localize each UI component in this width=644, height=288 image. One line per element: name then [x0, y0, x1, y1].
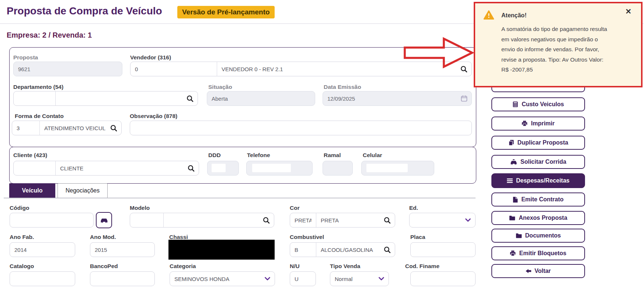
ramal-input [323, 161, 353, 176]
page-title: Proposta de Compra de Veículo [7, 5, 162, 17]
list-icon [507, 178, 513, 183]
placa-input[interactable] [410, 242, 476, 257]
despesas-receitas-button[interactable]: Despesas/Receitas [491, 173, 585, 188]
departamento-field [13, 91, 198, 106]
tipo-venda-select[interactable]: Normal [330, 271, 389, 286]
voltar-button[interactable]: Voltar [491, 264, 585, 278]
cor-label: Cor [290, 205, 300, 211]
proposta-input [13, 62, 122, 76]
cor-name-input[interactable] [316, 213, 384, 227]
cliente-label: Cliente (423) [13, 152, 47, 159]
forma-contato-field [12, 121, 122, 135]
nu-label: N/U [290, 263, 300, 270]
vendedor-code-input[interactable] [130, 62, 217, 76]
tab-negociacoes[interactable]: Negociações [58, 183, 108, 198]
app-root: Proposta de Compra de Veículo Versão de … [0, 0, 644, 288]
duplicar-proposta-button[interactable]: Duplicar Proposta [491, 136, 585, 150]
file-icon [513, 197, 518, 203]
arrow-left-icon [526, 269, 531, 273]
situacao-label: Situação [208, 84, 232, 90]
codigo-input[interactable] [10, 213, 94, 228]
cliente-field [13, 161, 199, 176]
search-icon[interactable] [187, 95, 198, 102]
anexos-proposta-button[interactable]: Anexos Proposta [491, 211, 585, 225]
toast-body: A somatória do tipo de pagamento resulta… [501, 24, 609, 75]
warning-icon [483, 10, 494, 20]
ed-label: Ed. [409, 205, 418, 211]
bancoped-input[interactable] [90, 271, 155, 286]
cor-field [290, 213, 395, 228]
modelo-label: Modelo [130, 205, 150, 211]
categoria-select[interactable]: SEMINOVOS HONDA [170, 271, 275, 286]
search-icon[interactable] [263, 217, 274, 224]
close-icon[interactable]: ✕ [625, 8, 631, 15]
telefone-redaction [252, 164, 291, 172]
folder-icon [509, 215, 515, 221]
placa-label: Placa [410, 234, 425, 240]
emitir-bloquetos-button[interactable]: Emitir Bloquetos [491, 246, 585, 260]
chevron-down-icon [465, 218, 471, 222]
cod-finame-input[interactable] [410, 271, 476, 286]
annotation-arrow [404, 36, 474, 69]
proposta-label: Proposta [13, 54, 38, 61]
catalogo-label: Catalogo [10, 263, 34, 270]
cliente-code-input[interactable] [14, 161, 56, 175]
search-icon[interactable] [384, 246, 395, 253]
categoria-select-value: SEMINOVOS HONDA [174, 276, 229, 282]
combustivel-label: Combustivel [290, 234, 324, 240]
chevron-down-icon [379, 277, 384, 281]
imprimir-button[interactable]: Imprimir [491, 117, 585, 131]
modelo-name-input[interactable] [164, 213, 263, 227]
celular-label: Celular [363, 152, 382, 159]
combustivel-field [290, 242, 395, 257]
vehicle-search-button[interactable] [96, 212, 112, 228]
folder-icon [516, 233, 522, 238]
forma-contato-label: Forma de Contato [15, 113, 64, 119]
tab-negociacoes-label: Negociações [66, 187, 100, 194]
cliente-name-input[interactable] [56, 161, 188, 175]
search-icon[interactable] [188, 165, 199, 172]
search-icon[interactable] [384, 217, 395, 224]
forma-contato-name-input[interactable] [40, 121, 110, 135]
calculator-icon [512, 101, 518, 107]
emite-contrato-button[interactable]: Emite Contrato [491, 192, 585, 207]
taxi-icon [510, 159, 517, 165]
departamento-code-input[interactable] [14, 91, 56, 105]
ano-mod-label: Ano Mod. [90, 234, 116, 240]
celular-redaction [366, 164, 408, 172]
ano-fab-input[interactable] [10, 242, 75, 257]
ano-mod-input[interactable] [90, 242, 155, 257]
solicitar-corrida-button[interactable]: Solicitar Corrida [491, 155, 585, 169]
cor-code-input[interactable] [290, 213, 316, 227]
documentos-button[interactable]: Documentos [491, 229, 585, 243]
catalogo-input[interactable] [10, 271, 75, 286]
ddd-redaction [212, 164, 226, 172]
tipo-venda-select-value: Normal [335, 276, 352, 282]
departamento-name-input[interactable] [56, 91, 187, 105]
calendar-icon [460, 95, 471, 102]
chevron-down-icon [265, 277, 270, 281]
empresa-revenda-context: Empresa: 2 / Revenda: 1 [7, 31, 92, 39]
custo-veiculos-button[interactable]: Custo Veiculos [491, 97, 585, 111]
forma-contato-code-input[interactable] [12, 121, 40, 135]
data-emissao-label: Data Emissão [324, 84, 361, 90]
ramal-label: Ramal [324, 152, 341, 159]
copy-icon [508, 140, 514, 146]
tab-veiculo-label: Veículo [22, 187, 42, 194]
vendedor-label: Vendedor (316) [130, 54, 171, 61]
data-emissao-field [323, 91, 472, 106]
combustivel-code-input[interactable] [290, 243, 316, 257]
combustivel-name-input[interactable] [316, 243, 384, 257]
modelo-code-input[interactable] [130, 213, 164, 227]
prerelease-badge: Versão de Pré-lançamento [177, 6, 275, 18]
ano-fab-label: Ano Fab. [10, 234, 34, 240]
observacao-input[interactable] [130, 121, 472, 135]
search-icon[interactable] [110, 125, 121, 132]
cod-finame-label: Cod. Finame [405, 263, 439, 270]
chassi-redaction [168, 240, 275, 260]
nu-input[interactable] [290, 271, 316, 286]
tab-veiculo[interactable]: Veículo [9, 183, 55, 198]
data-emissao-input [323, 96, 460, 102]
ed-select[interactable] [409, 213, 476, 228]
tipo-venda-label: Tipo Venda [330, 263, 360, 270]
